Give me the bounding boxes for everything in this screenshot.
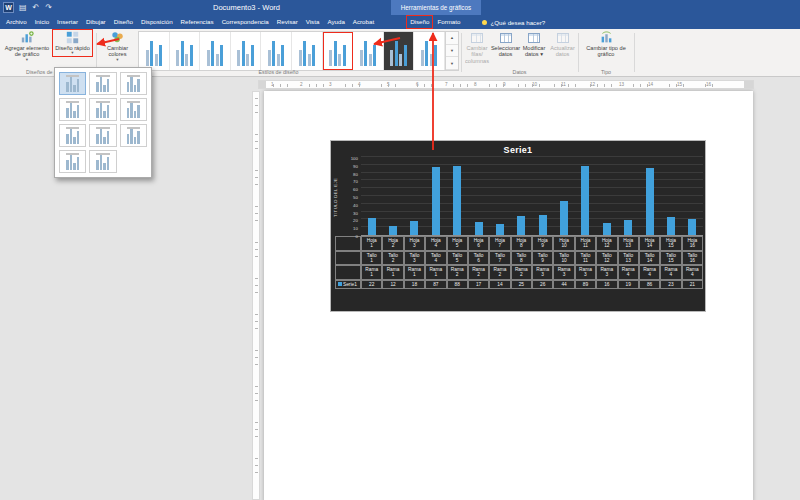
bar: [496, 224, 504, 235]
category-cell: Rama2: [489, 265, 510, 280]
change-colors-button[interactable]: Cambiar colores ▾: [99, 30, 136, 62]
group-type: Cambiar tipo de gráfico Tipo: [578, 29, 634, 76]
chart-style-thumbnail[interactable]: [231, 32, 262, 70]
quick-layout-option[interactable]: [89, 150, 116, 173]
tab-ayuda[interactable]: Ayuda: [323, 15, 348, 29]
tab-diseo[interactable]: Diseño: [110, 15, 137, 29]
mini-bar: [96, 160, 99, 170]
value-cell: 23: [660, 280, 681, 289]
mini-bar: [70, 129, 73, 144]
tab-acrobat[interactable]: Acrobat: [349, 15, 378, 29]
tab-revisar[interactable]: Revisar: [273, 15, 302, 29]
category-cell: Rama2: [511, 265, 532, 280]
chart-plot: [361, 158, 703, 236]
category-cell: Hoja7: [489, 236, 510, 251]
category-cell: Rama4: [682, 265, 703, 280]
bar: [603, 223, 611, 235]
mini-bar: [338, 54, 341, 66]
quick-layout-option[interactable]: [120, 124, 147, 147]
category-number: 12: [597, 258, 616, 263]
ruler-mark: 11: [561, 82, 566, 87]
mini-bar: [66, 108, 69, 118]
mini-bar: [425, 41, 428, 66]
tab-archivo[interactable]: Archivo: [2, 15, 31, 29]
y-tick-label: 10: [341, 226, 358, 231]
redo-icon[interactable]: ↷: [45, 4, 52, 12]
save-icon[interactable]: ▤: [19, 4, 27, 12]
tab-vista[interactable]: Vista: [302, 15, 324, 29]
gallery-scroll-up-icon[interactable]: ▲: [446, 32, 458, 45]
chart-style-thumbnail[interactable]: [353, 32, 384, 70]
y-tick-label: 70: [341, 179, 358, 184]
chart-style-thumbnail[interactable]: [323, 32, 354, 70]
value-cell: 87: [425, 280, 446, 289]
gallery-scroll-down-icon[interactable]: ▼: [446, 45, 458, 58]
quick-layout-option[interactable]: [89, 124, 116, 147]
value-cell: 26: [532, 280, 553, 289]
category-cell: Rama1: [404, 265, 425, 280]
quick-layout-option[interactable]: [59, 124, 86, 147]
category-number: 14: [640, 258, 659, 263]
quick-layout-option[interactable]: [120, 98, 147, 121]
chart-data-table: Hoja1Hoja2Hoja3Hoja4Hoja5Hoja6Hoja7Hoja8…: [335, 236, 703, 289]
mini-title-line: [127, 75, 140, 77]
button-label: Seleccionar datos: [491, 45, 520, 58]
vertical-ruler[interactable]: [252, 91, 260, 500]
horizontal-ruler[interactable]: 12345678910111213141516: [258, 80, 754, 89]
chart-style-thumbnail[interactable]: [292, 32, 323, 70]
tab-disposicin[interactable]: Disposición: [137, 15, 177, 29]
mini-bar: [107, 79, 110, 92]
value-cell: 16: [596, 280, 617, 289]
bar: [688, 219, 696, 235]
category-cell: Rama2: [468, 265, 489, 280]
select-data-button[interactable]: Seleccionar datos: [492, 30, 520, 58]
change-chart-type-button[interactable]: Cambiar tipo de gráfico: [578, 30, 634, 58]
ruler-mark: 9: [503, 82, 506, 87]
category-number: 10: [554, 243, 573, 248]
y-tick-label: 80: [341, 171, 358, 176]
category-number: 3: [597, 272, 616, 277]
tab-inicio[interactable]: Inicio: [31, 15, 53, 29]
category-cell: Tallo2: [382, 251, 403, 266]
legend-swatch: [338, 282, 342, 286]
value-cell: 12: [382, 280, 403, 289]
quick-layout-option[interactable]: [89, 72, 116, 95]
tab-insertar[interactable]: Insertar: [53, 15, 82, 29]
category-cell: Tallo6: [468, 251, 489, 266]
category-number: 8: [512, 243, 531, 248]
swap-rows-columns-button: Cambiar filas/ columnas: [463, 30, 491, 64]
tell-me-search[interactable]: ¿Qué desea hacer?: [482, 15, 545, 29]
quick-layout-option[interactable]: [89, 98, 116, 121]
value-cell: 17: [468, 280, 489, 289]
contextual-tab-diseo[interactable]: Diseño: [406, 15, 433, 29]
mini-bar: [185, 54, 188, 66]
chart-style-thumbnail[interactable]: [139, 32, 170, 70]
tab-dibujar[interactable]: Dibujar: [82, 15, 110, 29]
category-cell: Tallo11: [575, 251, 596, 266]
quick-layout-option[interactable]: [120, 72, 147, 95]
tab-correspondencia[interactable]: Correspondencia: [218, 15, 273, 29]
chart-style-thumbnail[interactable]: [261, 32, 292, 70]
quick-layout-button[interactable]: Diseño rápido ▾: [53, 30, 92, 56]
edit-data-button[interactable]: Modificar datos ▾: [520, 30, 548, 58]
chart-style-thumbnail[interactable]: [170, 32, 201, 70]
quick-layout-option[interactable]: [59, 72, 86, 95]
category-cell: Rama3: [532, 265, 553, 280]
mini-bar: [421, 50, 424, 66]
document-page[interactable]: Serie1 TÍTULO DEL EJE Hoja1Hoja2Hoja3Hoj…: [264, 91, 753, 500]
button-label: Modificar datos ▾: [520, 45, 548, 58]
undo-icon[interactable]: ↶: [33, 4, 40, 12]
chart-style-thumbnail[interactable]: [384, 32, 415, 70]
contextual-tab-formato[interactable]: Formato: [433, 15, 464, 29]
category-number: 6: [469, 243, 488, 248]
add-chart-element-button[interactable]: Agregar elemento de gráfico ▾: [3, 30, 51, 62]
mini-bar: [146, 50, 149, 66]
quick-layout-option[interactable]: [59, 150, 86, 173]
quick-layout-option[interactable]: [59, 98, 86, 121]
chart[interactable]: Serie1 TÍTULO DEL EJE Hoja1Hoja2Hoja3Hoj…: [330, 140, 706, 312]
chart-style-thumbnail[interactable]: [200, 32, 231, 70]
chart-style-thumbnail[interactable]: [414, 32, 445, 70]
tab-referencias[interactable]: Referencias: [177, 15, 218, 29]
category-number: 1: [383, 272, 402, 277]
y-tick-label: 60: [341, 187, 358, 192]
